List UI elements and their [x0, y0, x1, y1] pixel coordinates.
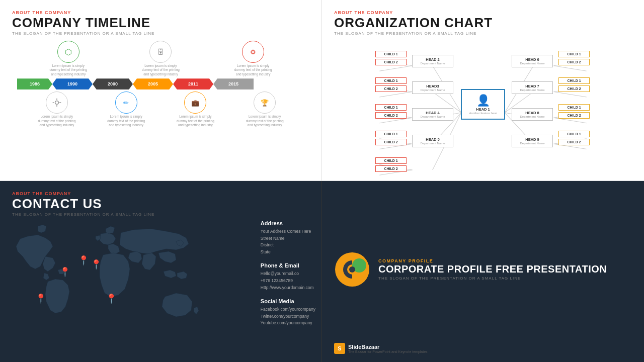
timeline-icons-bottom: Lorem ipsum is simply dummy text of the …	[12, 92, 309, 127]
timeline-icons-top: ⬡ Lorem ipsum is simply dummy text of th…	[12, 41, 309, 76]
org-head-3: HEAD3 Department Name	[412, 81, 453, 94]
corp-header: COMPANY PROFILE CORPORATE PROFILE FREE P…	[334, 251, 607, 288]
about-label-3: ABOUT THE COMPANY	[12, 191, 309, 196]
timeline-icon-7: 🏆 Lorem ipsum is simply dummy text of th…	[245, 92, 285, 127]
corp-main-title: CORPORATE PROFILE FREE PRESENTATION	[378, 263, 607, 275]
seg-2011: 2011	[173, 78, 213, 89]
timeline-icon-2: 🗄 Lorem ipsum is simply dummy text of th…	[140, 41, 181, 76]
phone-section: Phone & Email Hello@youremail.co+976 123…	[261, 262, 315, 291]
timeline-text-7: Lorem ipsum is simply dummy text of the …	[245, 115, 285, 127]
address-text: Your Address Comes HereStreet NameDistri…	[261, 228, 315, 255]
contact-title: CONTACT US	[12, 197, 309, 210]
org-head-8: HEAD 8 Department Name	[512, 108, 553, 121]
slidebazaar-icon: S	[334, 343, 345, 354]
world-map-svg	[5, 219, 221, 354]
seg-2000: 2000	[93, 78, 133, 89]
org-head-4: HEAD 4 Department Name	[412, 108, 453, 121]
timeline-panel: ABOUT THE COMPANY COMPANY TIMELINE THE S…	[0, 0, 322, 181]
seg-2015: 2015	[213, 78, 254, 89]
corporate-panel: COMPANY PROFILE CORPORATE PROFILE FREE P…	[322, 181, 644, 362]
timeline-area: ⬡ Lorem ipsum is simply dummy text of th…	[12, 41, 309, 128]
org-main-head: 👤 HEAD 1 Another feature hear	[461, 89, 505, 120]
phone-title: Phone & Email	[261, 262, 315, 268]
org-head-6: HEAD 6 Department Name	[512, 55, 553, 67]
org-chart-title: ORGANIZATION CHART	[334, 16, 632, 29]
corporate-content: COMPANY PROFILE CORPORATE PROFILE FREE P…	[334, 251, 632, 292]
org-chart-panel: ABOUT THE COMPANY ORGANIZATION CHART THE…	[322, 0, 644, 181]
address-section: Address Your Address Comes HereStreet Na…	[261, 220, 315, 255]
timeline-text-4: Lorem ipsum is simply dummy text of the …	[37, 115, 77, 127]
corp-logo-svg	[334, 251, 370, 288]
timeline-circle-3: ⚙	[242, 41, 264, 63]
timeline-icon-6: 💼 Lorem ipsum is simply dummy text of th…	[175, 92, 215, 127]
org-left-children-3: CHILD 1 CHILD 2	[375, 104, 407, 119]
social-title: Social Media	[261, 298, 315, 304]
timeline-circle-7: 🏆	[254, 92, 276, 114]
timeline-text-6: Lorem ipsum is simply dummy text of the …	[175, 115, 215, 127]
svg-point-0	[55, 101, 59, 105]
svg-point-36	[349, 266, 355, 273]
slidebazaar-text-block: SlideBazaar The Bazaar for PowerPoint an…	[348, 344, 428, 353]
timeline-text-1: Lorem ipsum is simply dummy text of the …	[48, 64, 89, 76]
slidebazaar-brand: S SlideBazaar The Bazaar for PowerPoint …	[334, 343, 428, 354]
slidebazaar-name: SlideBazaar	[348, 344, 428, 350]
world-map-container: 📍 📍 📍 📍 📍	[5, 219, 221, 354]
org-right-children-4: CHILD 1 CHILD 2	[558, 131, 590, 145]
pin-2: 📍	[91, 259, 102, 270]
timeline-circle-6: 💼	[184, 92, 206, 114]
timeline-tagline: THE SLOGAN OF THE PRESENTATION OR A SMAL…	[12, 31, 309, 36]
timeline-circle-4	[46, 92, 68, 114]
org-chart-tagline: THE SLOGAN OF THE PRESENTATION OR A SMAL…	[334, 31, 632, 36]
phone-text: Hello@youremail.co+976 123456789Http://w…	[261, 270, 315, 291]
pin-1: 📍	[59, 266, 70, 278]
slidebazaar-sub: The Bazaar for PowerPoint and Keynote te…	[348, 350, 428, 353]
timeline-circle-2: 🗄	[149, 41, 172, 63]
contact-panel: ABOUT THE COMPANY CONTACT US THE SLOGAN …	[0, 181, 322, 362]
org-head-7: HEAD 7 Department Name	[512, 81, 553, 94]
about-label-1: ABOUT THE COMPANY	[12, 10, 309, 15]
timeline-text-2: Lorem ipsum is simply dummy text of the …	[140, 64, 181, 76]
timeline-icon-1: ⬡ Lorem ipsum is simply dummy text of th…	[48, 41, 89, 76]
contact-info: Address Your Address Comes HereStreet Na…	[261, 220, 315, 334]
seg-2005: 2005	[133, 78, 173, 89]
org-head-9: HEAD 9 Department Name	[512, 135, 553, 147]
org-left-children-2: CHILD 1 CHILD 2	[375, 77, 407, 92]
org-left-children-5: CHILD 1 CHILD 2	[375, 157, 407, 172]
pin-4: 📍	[106, 293, 117, 304]
seg-1986: 1986	[17, 78, 52, 89]
timeline-icon-5: ✏ Lorem ipsum is simply dummy text of th…	[106, 92, 146, 127]
social-section: Social Media Facebook.com/yourcompanyTwi…	[261, 298, 315, 327]
timeline-circle-1: ⬡	[57, 41, 79, 63]
timeline-text-3: Lorem ipsum is simply dummy text of the …	[233, 64, 273, 76]
timeline-icon-4: Lorem ipsum is simply dummy text of the …	[37, 92, 77, 127]
contact-tagline: THE SLOGAN OF THE PRESENTATION OR A SMAL…	[12, 212, 309, 217]
org-left-children-1: CHILD 1 CHILD 2	[375, 51, 407, 65]
pin-5: 📍	[78, 255, 89, 266]
timeline-icon-3: ⚙ Lorem ipsum is simply dummy text of th…	[233, 41, 273, 76]
svg-point-35	[356, 260, 364, 268]
org-left-children-4: CHILD 1 CHILD 2	[375, 131, 407, 145]
corp-text-block: COMPANY PROFILE CORPORATE PROFILE FREE P…	[378, 258, 607, 281]
address-title: Address	[261, 220, 315, 226]
org-right-children-3: CHILD 1 CHILD 2	[558, 104, 590, 119]
company-profile-label: COMPANY PROFILE	[378, 258, 607, 263]
org-right-children-1: CHILD 1 CHILD 2	[558, 51, 590, 65]
seg-1990: 1990	[52, 78, 93, 89]
org-nodes: 👤 HEAD 1 Another feature hear HEAD 2 Dep…	[334, 40, 632, 186]
corp-logo	[334, 251, 370, 288]
timeline-bar: 1986 1990 2000 2005 2011 2015	[12, 78, 309, 89]
timeline-text-5: Lorem ipsum is simply dummy text of the …	[106, 115, 146, 127]
corp-tagline: THE SLOGAN OF THE PRESENTATION OR A SMAL…	[378, 276, 607, 281]
timeline-circle-5: ✏	[115, 92, 137, 114]
pin-3: 📍	[35, 293, 46, 304]
org-right-children-2: CHILD 1 CHILD 2	[558, 77, 590, 92]
timeline-title: COMPANY TIMELINE	[12, 16, 309, 29]
org-container: 👤 HEAD 1 Another feature hear HEAD 2 Dep…	[334, 40, 632, 186]
about-label-2: ABOUT THE COMPANY	[334, 10, 632, 15]
social-text: Facebook.com/yourcompanyTwitter.com/your…	[261, 306, 315, 327]
org-head-5: HEAD 5 Department Name	[412, 135, 453, 147]
org-head-2: HEAD 2 Department Name	[412, 55, 453, 67]
